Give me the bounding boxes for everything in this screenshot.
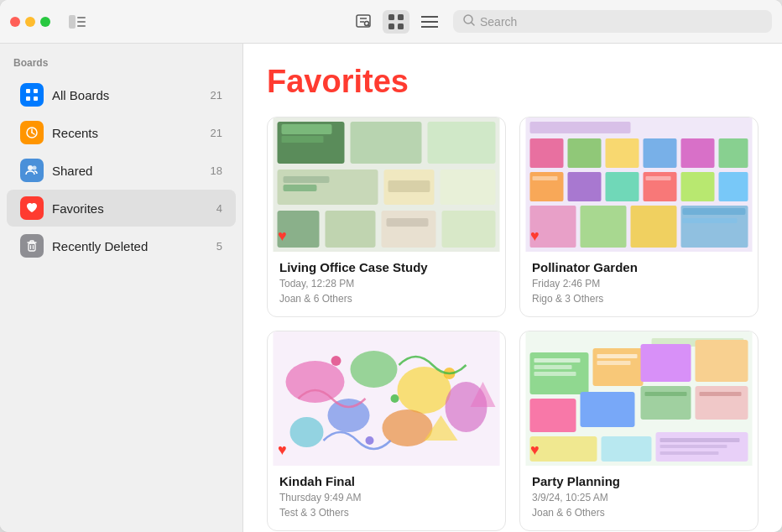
- shared-count: 18: [211, 164, 222, 177]
- favorite-heart-2: ♥: [530, 227, 540, 245]
- svg-rect-19: [26, 96, 30, 101]
- board-info-living-office: Living Office Case Study Today, 12:28 PM…: [268, 252, 505, 316]
- sidebar: Boards All Boards 21: [0, 44, 243, 532]
- svg-rect-95: [641, 386, 691, 420]
- svg-rect-67: [683, 218, 738, 223]
- svg-rect-89: [534, 365, 572, 369]
- close-button[interactable]: [10, 17, 20, 27]
- sidebar-toggle-button[interactable]: [64, 12, 91, 32]
- svg-rect-94: [696, 340, 748, 382]
- svg-rect-49: [568, 138, 602, 168]
- svg-rect-40: [388, 180, 430, 192]
- svg-rect-90: [534, 372, 576, 376]
- svg-point-24: [28, 165, 33, 170]
- svg-rect-42: [326, 211, 376, 248]
- svg-point-70: [351, 351, 398, 388]
- sidebar-item-all-boards[interactable]: All Boards 21: [7, 76, 236, 113]
- svg-rect-55: [568, 172, 602, 201]
- search-input[interactable]: [480, 15, 762, 29]
- svg-rect-37: [284, 185, 317, 191]
- svg-line-16: [472, 23, 474, 25]
- recents-count: 21: [211, 127, 222, 139]
- board-meta-3: Thursday 9:49 AM Test & 3 Others: [279, 490, 493, 520]
- shared-icon: [20, 159, 44, 182]
- board-card-pollinator[interactable]: ♥ Pollinator Garden Friday 2:46 PM Rigo …: [519, 117, 759, 317]
- sidebar-item-recently-deleted[interactable]: Recently Deleted 5: [7, 227, 236, 264]
- all-boards-icon: [20, 83, 44, 107]
- board-thumbnail-living-office: ♥: [268, 117, 505, 252]
- board-name-4: Party Planning: [532, 474, 746, 488]
- board-thumbnail-party: ♥: [520, 331, 758, 466]
- svg-rect-102: [660, 438, 740, 442]
- new-board-button[interactable]: [351, 11, 376, 33]
- board-card-living-office[interactable]: ♥ Living Office Case Study Today, 12:28 …: [267, 117, 506, 317]
- shared-label: Shared: [52, 164, 202, 178]
- svg-rect-26: [29, 243, 35, 251]
- svg-rect-59: [719, 172, 748, 201]
- sidebar-item-recents[interactable]: Recents 21: [7, 114, 236, 151]
- recently-deleted-icon: [20, 234, 44, 258]
- sidebar-item-shared[interactable]: Shared 18: [7, 152, 236, 189]
- svg-rect-61: [581, 206, 627, 248]
- svg-rect-66: [683, 208, 746, 215]
- svg-rect-48: [530, 138, 564, 168]
- svg-rect-65: [646, 176, 671, 180]
- svg-rect-51: [644, 138, 677, 168]
- board-info-pollinator: Pollinator Garden Friday 2:46 PM Rigo & …: [520, 252, 758, 316]
- svg-rect-34: [428, 122, 496, 164]
- svg-point-79: [366, 436, 374, 445]
- thumbnail-svg-4: [520, 331, 758, 466]
- svg-rect-53: [719, 138, 748, 168]
- svg-rect-32: [282, 136, 324, 143]
- thumbnail-svg-1: [268, 117, 505, 252]
- svg-rect-8: [388, 14, 394, 20]
- favorite-heart-1: ♥: [278, 227, 287, 245]
- thumbnail-svg-3: [268, 331, 505, 466]
- svg-rect-64: [533, 176, 558, 180]
- titlebar: [0, 0, 782, 44]
- svg-rect-104: [660, 451, 719, 455]
- svg-rect-50: [606, 138, 639, 168]
- favorite-heart-4: ♥: [530, 441, 540, 459]
- svg-rect-92: [597, 361, 631, 365]
- svg-rect-17: [26, 89, 30, 93]
- svg-point-77: [391, 394, 399, 403]
- svg-rect-98: [700, 392, 742, 396]
- svg-rect-1: [77, 17, 86, 18]
- board-card-party[interactable]: ♥ Party Planning 3/9/24, 10:25 AM Joan &…: [519, 331, 759, 531]
- svg-rect-58: [681, 172, 715, 201]
- recently-deleted-label: Recently Deleted: [52, 239, 208, 253]
- svg-rect-39: [441, 170, 496, 205]
- all-boards-label: All Boards: [52, 88, 202, 102]
- svg-rect-20: [34, 96, 38, 101]
- minimize-button[interactable]: [25, 17, 35, 27]
- app-window: Boards All Boards 21: [0, 0, 782, 532]
- boards-grid: ♥ Living Office Case Study Today, 12:28 …: [267, 117, 759, 531]
- content-area: Favorites: [243, 44, 782, 532]
- svg-rect-62: [631, 206, 677, 248]
- board-meta-1: Today, 12:28 PM Joan & 6 Others: [279, 276, 493, 306]
- svg-rect-103: [660, 445, 727, 448]
- svg-rect-88: [534, 358, 581, 362]
- svg-rect-86: [530, 399, 576, 432]
- svg-rect-45: [442, 211, 496, 248]
- svg-point-7: [365, 21, 369, 25]
- recents-icon: [20, 121, 44, 144]
- svg-rect-97: [645, 392, 687, 396]
- svg-rect-99: [530, 436, 597, 462]
- search-icon: [463, 14, 475, 29]
- maximize-button[interactable]: [40, 17, 50, 27]
- recents-label: Recents: [52, 126, 202, 140]
- svg-rect-31: [282, 124, 332, 134]
- list-view-button[interactable]: [416, 12, 443, 32]
- sidebar-item-favorites[interactable]: Favorites 4: [7, 190, 236, 227]
- svg-point-75: [290, 417, 324, 447]
- board-info-party: Party Planning 3/9/24, 10:25 AM Joan & 6…: [520, 466, 758, 530]
- svg-rect-93: [641, 344, 691, 382]
- grid-view-button[interactable]: [383, 10, 409, 34]
- board-card-kindah[interactable]: ♥ Kindah Final Thursday 9:49 AM Test & 3…: [267, 331, 506, 531]
- board-name-2: Pollinator Garden: [532, 260, 746, 274]
- board-meta-4: 3/9/24, 10:25 AM Joan & 6 Others: [532, 490, 746, 520]
- toolbar-actions: [351, 10, 443, 34]
- svg-rect-96: [696, 386, 748, 420]
